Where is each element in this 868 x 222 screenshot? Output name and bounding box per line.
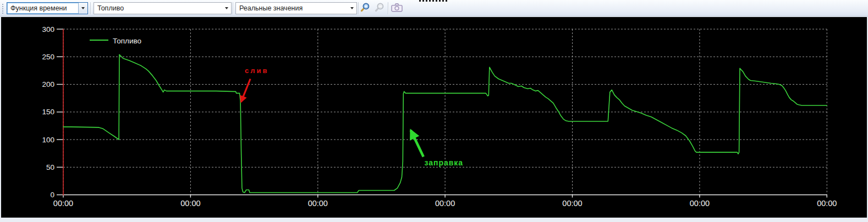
series-select-value: Топливо — [94, 4, 222, 12]
zoom-in-magnifier-icon — [360, 2, 370, 14]
drag-dots — [419, 0, 449, 2]
toolbar-separator — [90, 2, 91, 14]
x-tick-label: 00:00 — [180, 199, 200, 208]
y-tick-label: 50 — [46, 163, 54, 171]
y-tick-label: 250 — [42, 53, 54, 61]
y-tick-label: 300 — [42, 25, 54, 34]
drain-arrow-icon — [241, 79, 250, 102]
time-function-value: Функция времени — [7, 4, 78, 12]
x-tick-label: 00:00 — [562, 199, 582, 208]
screenshot-button[interactable] — [391, 3, 403, 13]
chevron-down-icon[interactable] — [348, 7, 356, 9]
app-window: Функция времени Топливо Реальные значени… — [0, 0, 868, 222]
x-tick-label: 00:00 — [308, 199, 328, 208]
camera-icon — [391, 3, 403, 14]
chart-panel: 05010015020025030000:0000:0000:0000:0000… — [1, 17, 867, 218]
chevron-down-icon[interactable] — [78, 3, 87, 14]
drain-label: слив — [245, 66, 268, 75]
mode-select[interactable]: Реальные значения — [235, 2, 357, 14]
y-tick-label: 100 — [42, 136, 54, 144]
legend-label: Топливо — [113, 37, 141, 45]
refuel-annotation: заправка — [411, 130, 463, 167]
y-tick-label: 0 — [50, 191, 54, 199]
fuel-time-chart: 05010015020025030000:0000:0000:0000:0000… — [1, 17, 867, 218]
mode-select-value: Реальные значения — [236, 4, 348, 12]
x-tick-label: 00:00 — [690, 199, 710, 208]
refuel-label: заправка — [424, 158, 463, 167]
zoom-out-button[interactable] — [374, 3, 385, 13]
y-tick-label: 200 — [42, 80, 54, 88]
zoom-out-magnifier-icon — [375, 2, 384, 14]
chart-toolbar: Функция времени Топливо Реальные значени… — [0, 0, 868, 16]
series-select[interactable]: Топливо — [94, 2, 232, 14]
x-tick-label: 00:00 — [53, 199, 73, 208]
toolbar-separator — [233, 2, 234, 14]
toolbar-separator — [388, 2, 389, 14]
y-tick-label: 150 — [42, 108, 54, 116]
x-tick-label: 00:00 — [435, 199, 455, 208]
legend: Топливо — [90, 37, 141, 45]
chevron-down-icon[interactable] — [222, 7, 231, 9]
zoom-in-button[interactable] — [360, 3, 371, 13]
x-tick-label: 00:00 — [817, 199, 837, 208]
toolbar-separator — [358, 2, 359, 14]
time-function-select[interactable]: Функция времени — [7, 2, 88, 14]
refuel-arrow-icon — [411, 130, 424, 157]
toolbar-grip[interactable] — [2, 3, 4, 14]
